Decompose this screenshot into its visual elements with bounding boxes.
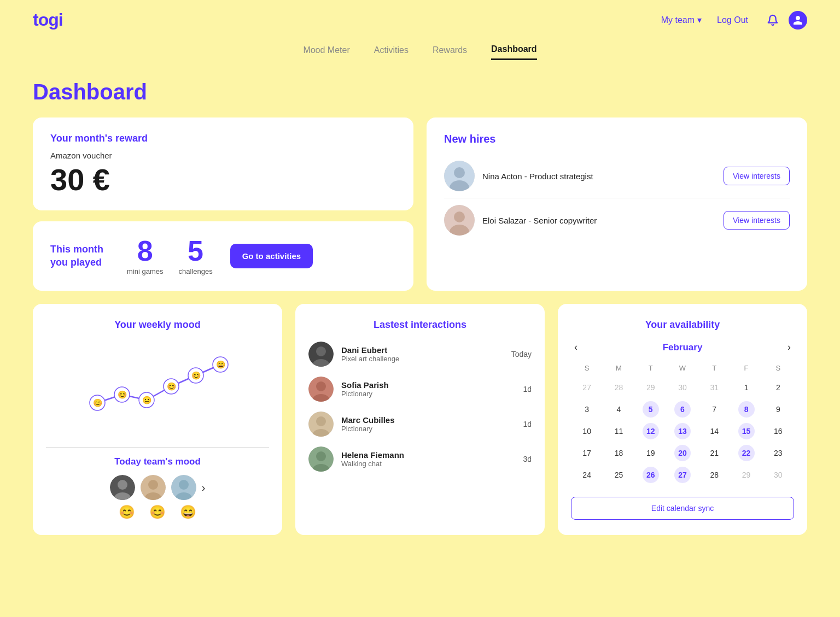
cal-day-5[interactable]: 5 bbox=[635, 398, 667, 420]
weekly-mood-card: Your weekly mood 😊 😊 😐 bbox=[33, 304, 282, 535]
team-avatar-1 bbox=[110, 475, 135, 500]
svg-point-28 bbox=[316, 346, 326, 356]
cal-day-30a[interactable]: 30 bbox=[667, 377, 698, 398]
mini-games-stat: 8 mini games bbox=[127, 237, 163, 275]
cal-day-18[interactable]: 18 bbox=[603, 442, 634, 464]
cal-day-6[interactable]: 6 bbox=[667, 398, 698, 420]
interaction-avatar-1 bbox=[308, 342, 334, 367]
bell-icon[interactable] bbox=[763, 11, 782, 30]
cal-day-28a[interactable]: 28 bbox=[603, 377, 634, 398]
svg-point-31 bbox=[316, 381, 326, 391]
mood-emoji-row: 😊 😊 😄 bbox=[46, 504, 269, 520]
reward-card: Your month's reward Amazon voucher 30 € bbox=[33, 117, 413, 210]
header-icons bbox=[763, 11, 807, 30]
logo: togi bbox=[33, 10, 63, 30]
cal-day-1[interactable]: 1 bbox=[730, 377, 762, 398]
cal-day-10[interactable]: 10 bbox=[571, 420, 603, 442]
interaction-info-1: Dani Eubert Pixel art challenge bbox=[341, 345, 504, 363]
cal-day-19[interactable]: 19 bbox=[635, 442, 667, 464]
interactions-card: Lastest interactions Dani Eubert Pixel a… bbox=[295, 304, 545, 535]
interaction-avatar-2 bbox=[308, 377, 334, 402]
cal-day-15[interactable]: 15 bbox=[730, 420, 762, 442]
cal-week-3: 10 11 12 13 14 15 16 bbox=[571, 420, 794, 442]
hire-name-2: Eloi Salazar - Senior copywriter bbox=[482, 216, 716, 225]
cal-day-3[interactable]: 3 bbox=[571, 398, 603, 420]
svg-text:😐: 😐 bbox=[142, 396, 152, 405]
cal-day-26[interactable]: 26 bbox=[635, 464, 667, 486]
calendar-next-button[interactable]: › bbox=[784, 342, 794, 353]
cal-header-t2: T bbox=[698, 362, 730, 377]
header-right: My team ▾ Log Out bbox=[661, 11, 807, 30]
cal-header-f: F bbox=[730, 362, 762, 377]
mood-title: Your weekly mood bbox=[46, 319, 269, 331]
team-mood-row: › bbox=[46, 475, 269, 500]
mood-emoji-3: 😄 bbox=[176, 504, 201, 520]
cal-day-4[interactable]: 4 bbox=[603, 398, 634, 420]
nav-mood-meter[interactable]: Mood Meter bbox=[303, 44, 349, 60]
cal-day-31a[interactable]: 31 bbox=[698, 377, 730, 398]
cal-header-s2: S bbox=[762, 362, 794, 377]
cal-day-17[interactable]: 17 bbox=[571, 442, 603, 464]
availability-card: Your availability ‹ February › S M T W T… bbox=[558, 304, 807, 535]
mood-emoji-1: 😊 bbox=[114, 504, 139, 520]
interaction-row-1: Dani Eubert Pixel art challenge Today bbox=[308, 342, 532, 367]
stat-group: 8 mini games 5 challenges bbox=[127, 237, 213, 275]
user-icon[interactable] bbox=[789, 11, 807, 30]
cal-day-27b[interactable]: 27 bbox=[667, 464, 698, 486]
calendar-prev-button[interactable]: ‹ bbox=[571, 342, 581, 353]
cal-day-14[interactable]: 14 bbox=[698, 420, 730, 442]
cal-day-21[interactable]: 21 bbox=[698, 442, 730, 464]
cal-day-28b[interactable]: 28 bbox=[698, 464, 730, 486]
cal-day-27a[interactable]: 27 bbox=[571, 377, 603, 398]
mood-emoji-2: 😊 bbox=[145, 504, 170, 520]
hire-avatar-1 bbox=[444, 161, 475, 191]
interaction-info-4: Helena Fiemann Walking chat bbox=[341, 450, 515, 468]
cal-day-25[interactable]: 25 bbox=[603, 464, 634, 486]
cal-header-s1: S bbox=[571, 362, 603, 377]
calendar-days-header: S M T W T F S bbox=[571, 362, 794, 377]
cal-day-24[interactable]: 24 bbox=[571, 464, 603, 486]
nav-dashboard[interactable]: Dashboard bbox=[491, 44, 537, 60]
top-row: Your month's reward Amazon voucher 30 € … bbox=[33, 117, 807, 291]
cal-day-16[interactable]: 16 bbox=[762, 420, 794, 442]
svg-text:😊: 😊 bbox=[93, 398, 103, 408]
cal-day-8[interactable]: 8 bbox=[730, 398, 762, 420]
my-team-button[interactable]: My team ▾ bbox=[661, 15, 702, 25]
svg-point-1 bbox=[454, 167, 465, 178]
go-activities-button[interactable]: Go to activities bbox=[230, 244, 313, 268]
cal-day-29a[interactable]: 29 bbox=[635, 377, 667, 398]
cal-day-20[interactable]: 20 bbox=[667, 442, 698, 464]
interaction-avatar-4 bbox=[308, 446, 334, 472]
nav-rewards[interactable]: Rewards bbox=[433, 44, 467, 60]
cal-day-7[interactable]: 7 bbox=[698, 398, 730, 420]
svg-point-34 bbox=[316, 416, 326, 426]
svg-point-22 bbox=[148, 480, 158, 490]
cal-day-9[interactable]: 9 bbox=[762, 398, 794, 420]
header: togi My team ▾ Log Out bbox=[0, 0, 840, 40]
view-interests-button-2[interactable]: View interests bbox=[724, 211, 790, 230]
team-mood-next-icon[interactable]: › bbox=[202, 481, 206, 494]
nav-activities[interactable]: Activities bbox=[374, 44, 409, 60]
cal-week-1: 27 28 29 30 31 1 2 bbox=[571, 377, 794, 398]
view-interests-button-1[interactable]: View interests bbox=[724, 167, 790, 185]
cal-week-2: 3 4 5 6 7 8 9 bbox=[571, 398, 794, 420]
cal-day-11[interactable]: 11 bbox=[603, 420, 634, 442]
cal-day-13[interactable]: 13 bbox=[667, 420, 698, 442]
svg-point-25 bbox=[179, 480, 189, 490]
edit-calendar-button[interactable]: Edit calendar sync bbox=[571, 497, 794, 520]
interaction-info-2: Sofia Parish Pictionary bbox=[341, 380, 515, 398]
logout-button[interactable]: Log Out bbox=[717, 15, 748, 25]
cal-day-23[interactable]: 23 bbox=[762, 442, 794, 464]
cal-day-2[interactable]: 2 bbox=[762, 377, 794, 398]
team-avatar-3 bbox=[171, 475, 196, 500]
team-mood-title: Today team's mood bbox=[46, 456, 269, 467]
cal-day-30b[interactable]: 30 bbox=[762, 464, 794, 486]
cal-day-29b[interactable]: 29 bbox=[730, 464, 762, 486]
svg-text:😊: 😊 bbox=[167, 382, 177, 391]
cal-day-12[interactable]: 12 bbox=[635, 420, 667, 442]
interaction-row-3: Marc Cubilles Pictionary 1d bbox=[308, 412, 532, 437]
cal-day-22[interactable]: 22 bbox=[730, 442, 762, 464]
page-title: Dashboard bbox=[33, 80, 807, 104]
svg-text:😊: 😊 bbox=[191, 371, 201, 380]
played-card: This month you played 8 mini games 5 cha… bbox=[33, 221, 413, 291]
